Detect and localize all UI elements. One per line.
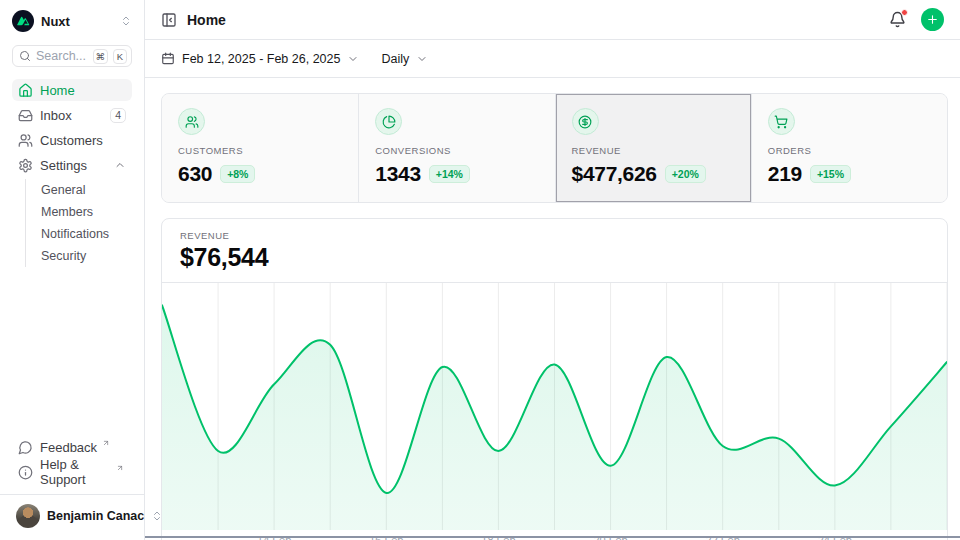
sidebar-collapse-icon[interactable]	[161, 12, 177, 28]
home-icon	[18, 83, 33, 98]
sidebar-subitem-members[interactable]: Members	[37, 201, 132, 223]
stat-delta-badge: +8%	[220, 165, 255, 183]
stat-label: CONVERSIONS	[375, 145, 538, 156]
date-range-label: Feb 12, 2025 - Feb 26, 2025	[182, 52, 340, 66]
sidebar-footer-nav: FeedbackHelp & Support	[12, 436, 132, 486]
user-name: Benjamin Canac	[47, 509, 144, 523]
message-icon	[18, 440, 33, 455]
stat-label: ORDERS	[768, 145, 931, 156]
chart-total-value: $76,544	[180, 243, 929, 272]
revenue-area-chart[interactable]	[162, 283, 947, 530]
date-range-picker[interactable]: Feb 12, 2025 - Feb 26, 2025	[161, 52, 359, 66]
chart-header: REVENUE $76,544	[162, 219, 947, 283]
stat-label: REVENUE	[572, 145, 735, 156]
topbar-actions	[889, 8, 944, 31]
search-placeholder: Search...	[36, 49, 88, 63]
plus-icon	[926, 13, 939, 26]
search-icon	[19, 50, 31, 62]
sidebar-item-feedback[interactable]: Feedback	[12, 436, 132, 458]
stat-value: 1343	[375, 162, 421, 186]
info-icon	[18, 465, 33, 480]
chevron-down-icon	[347, 53, 359, 65]
calendar-icon	[161, 52, 175, 66]
sidebar-item-home[interactable]: Home	[12, 79, 132, 101]
team-selector[interactable]: Nuxt	[12, 10, 132, 32]
sidebar-item-customers[interactable]: Customers	[12, 129, 132, 151]
stat-card-conversions[interactable]: CONVERSIONS1343+14%	[358, 94, 554, 202]
dollar-icon	[572, 108, 599, 135]
sidebar-item-label: Customers	[40, 133, 103, 148]
stat-card-revenue[interactable]: REVENUE$477,626+20%	[555, 94, 751, 202]
sidebar-nav: HomeInbox4CustomersSettingsGeneralMember…	[12, 79, 132, 271]
revenue-chart-card: REVENUE $76,544 14 Feb16 Feb18 Feb20 Feb…	[161, 218, 948, 540]
notifications-button[interactable]	[889, 11, 906, 28]
sidebar-item-label: Inbox	[40, 108, 72, 123]
stat-value-row: 630+8%	[178, 162, 342, 186]
sidebar-item-label: Settings	[40, 158, 87, 173]
users-icon	[18, 133, 33, 148]
external-link-icon	[102, 439, 110, 447]
avatar	[16, 504, 40, 528]
chevron-up-icon	[114, 159, 126, 171]
dashboard-content: CUSTOMERS630+8%CONVERSIONS1343+14%REVENU…	[145, 78, 960, 540]
team-name: Nuxt	[41, 14, 113, 29]
users-icon	[178, 108, 205, 135]
sidebar-item-label: Feedback	[40, 440, 97, 455]
filter-toolbar: Feb 12, 2025 - Feb 26, 2025 Daily	[145, 40, 960, 78]
chevrons-up-down-icon	[120, 15, 132, 27]
x-axis-labels: 14 Feb16 Feb18 Feb20 Feb22 Feb24 Feb	[162, 530, 947, 540]
settings-icon	[18, 158, 33, 173]
stat-value: $477,626	[572, 162, 657, 186]
add-button[interactable]	[921, 8, 944, 31]
inbox-icon	[18, 108, 33, 123]
notification-dot	[901, 9, 908, 16]
sidebar-item-label: Home	[40, 83, 75, 98]
chart-title: REVENUE	[180, 230, 929, 241]
sidebar-subitem-security[interactable]: Security	[37, 245, 132, 267]
external-link-icon	[116, 464, 124, 472]
stat-card-customers[interactable]: CUSTOMERS630+8%	[162, 94, 358, 202]
sidebar-item-label: Help & Support	[40, 457, 111, 487]
sidebar-subitem-notifications[interactable]: Notifications	[37, 223, 132, 245]
sidebar: Nuxt Search... ⌘ K HomeInbox4CustomersSe…	[0, 0, 145, 540]
stat-value-row: 219+15%	[768, 162, 931, 186]
stats-row: CUSTOMERS630+8%CONVERSIONS1343+14%REVENU…	[161, 93, 948, 203]
search-input[interactable]: Search... ⌘ K	[12, 45, 132, 67]
kbd-k: K	[113, 49, 127, 64]
stat-value-row: $477,626+20%	[572, 162, 735, 186]
page-title: Home	[187, 12, 226, 28]
sidebar-subitem-general[interactable]: General	[37, 179, 132, 201]
nuxt-logo-icon	[12, 10, 34, 32]
inbox-count-badge: 4	[110, 108, 126, 123]
sidebar-spacer	[12, 271, 132, 436]
sidebar-item-settings[interactable]: Settings	[12, 154, 132, 176]
main-area: Home Feb 12, 2025 - Feb 26, 2025 Daily C…	[145, 0, 960, 540]
period-label: Daily	[381, 52, 409, 66]
horizontal-scrollbar[interactable]	[145, 536, 960, 538]
pie-icon	[375, 108, 402, 135]
user-menu[interactable]: Benjamin Canac	[12, 495, 132, 532]
revenue-chart-svg	[162, 283, 947, 530]
topbar: Home	[145, 0, 960, 40]
stat-value-row: 1343+14%	[375, 162, 538, 186]
sidebar-item-help-support[interactable]: Help & Support	[12, 461, 132, 483]
chevron-down-icon	[416, 53, 428, 65]
kbd-meta: ⌘	[93, 49, 109, 64]
period-select[interactable]: Daily	[381, 52, 428, 66]
stat-value: 219	[768, 162, 802, 186]
settings-submenu: GeneralMembersNotificationsSecurity	[25, 179, 132, 267]
stat-delta-badge: +14%	[429, 165, 470, 183]
stat-card-orders[interactable]: ORDERS219+15%	[751, 94, 947, 202]
stat-delta-badge: +15%	[810, 165, 851, 183]
sidebar-item-inbox[interactable]: Inbox4	[12, 104, 132, 126]
stat-value: 630	[178, 162, 212, 186]
stat-label: CUSTOMERS	[178, 145, 342, 156]
cart-icon	[768, 108, 795, 135]
stat-delta-badge: +20%	[665, 165, 706, 183]
